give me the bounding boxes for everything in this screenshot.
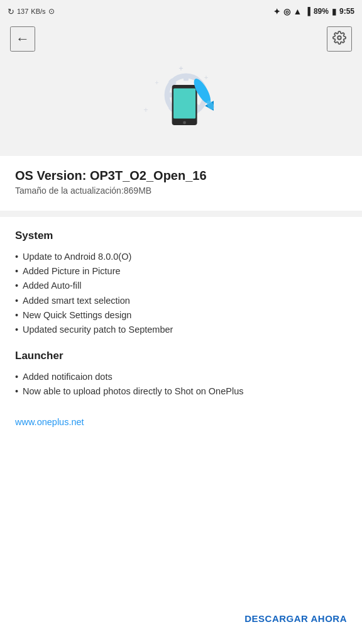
launcher-item-1: Added notificaion dots (15, 370, 347, 384)
svg-rect-8 (165, 92, 172, 97)
time: 9:55 (339, 7, 354, 16)
divider-1 (0, 211, 362, 217)
os-version-card: OS Version: OP3T_O2_Open_16 Tamaño de la… (0, 156, 362, 211)
system-item-3: Added Auto-fill (15, 279, 347, 293)
sync-icon: ⊙ (48, 7, 55, 16)
hero-illustration: + + + + (0, 55, 362, 156)
bluetooth-icon: ✦ (273, 7, 280, 16)
svg-rect-6 (184, 74, 189, 80)
spacer (0, 440, 362, 599)
status-right: ✦ ◎ ▲ ▐ 89% ▮ 9:55 (273, 6, 354, 16)
update-size-text: Tamaño de la actualización:869MB (15, 186, 347, 196)
refresh-icon: ↻ (8, 7, 14, 16)
location-icon: ◎ (283, 7, 290, 16)
system-item-5: New Quick Settings design (15, 308, 347, 323)
signal-icon: ▐ (305, 7, 310, 16)
bottom-bar: DESCARGAR AHORA (0, 598, 362, 644)
system-section-title: System (15, 230, 347, 242)
launcher-section: Launcher Added notificaion dots Now able… (15, 350, 347, 399)
settings-icon (332, 31, 346, 48)
svg-text:+: + (155, 79, 159, 86)
back-button[interactable]: ← (10, 26, 35, 52)
svg-text:+: + (143, 105, 148, 114)
download-button[interactable]: DESCARGAR AHORA (244, 608, 347, 629)
back-icon: ← (16, 31, 30, 47)
speed-value: 137 (17, 8, 28, 15)
system-bullet-list: Update to Android 8.0.0(O) Added Picture… (15, 250, 347, 337)
svg-text:+: + (178, 64, 183, 73)
svg-text:+: + (204, 74, 209, 81)
oneplus-link[interactable]: www.oneplus.net (15, 417, 84, 427)
system-item-2: Added Picture in Picture (15, 264, 347, 279)
launcher-item-2: Now able to upload photos directly to Sh… (15, 384, 347, 399)
system-item-4: Added smart text selection (15, 294, 347, 308)
svg-point-0 (337, 36, 341, 40)
system-section: System Update to Android 8.0.0(O) Added … (15, 230, 347, 337)
system-item-1: Update to Android 8.0.0(O) (15, 250, 347, 264)
launcher-bullet-list: Added notificaion dots Now able to uploa… (15, 370, 347, 399)
top-bar: ← (0, 23, 362, 55)
status-left: ↻ 137 KB/s ⊙ (8, 7, 55, 16)
svg-point-17 (183, 121, 186, 125)
speed-unit: KB/s (31, 8, 45, 15)
wifi-icon: ▲ (293, 6, 302, 16)
main-wrapper: ← + + + + (0, 23, 362, 644)
svg-rect-16 (173, 89, 195, 119)
system-item-6: Updated security patch to September (15, 323, 347, 337)
settings-button[interactable] (327, 26, 352, 52)
os-version-text: OS Version: OP3T_O2_Open_16 (15, 169, 347, 183)
hero-svg: + + + + (131, 58, 231, 147)
status-bar: ↻ 137 KB/s ⊙ ✦ ◎ ▲ ▐ 89% ▮ 9:55 (0, 0, 362, 23)
battery-value: 89% (314, 7, 329, 16)
content-area: System Update to Android 8.0.0(O) Added … (0, 217, 362, 440)
battery-icon: ▮ (332, 7, 336, 16)
launcher-section-title: Launcher (15, 350, 347, 362)
